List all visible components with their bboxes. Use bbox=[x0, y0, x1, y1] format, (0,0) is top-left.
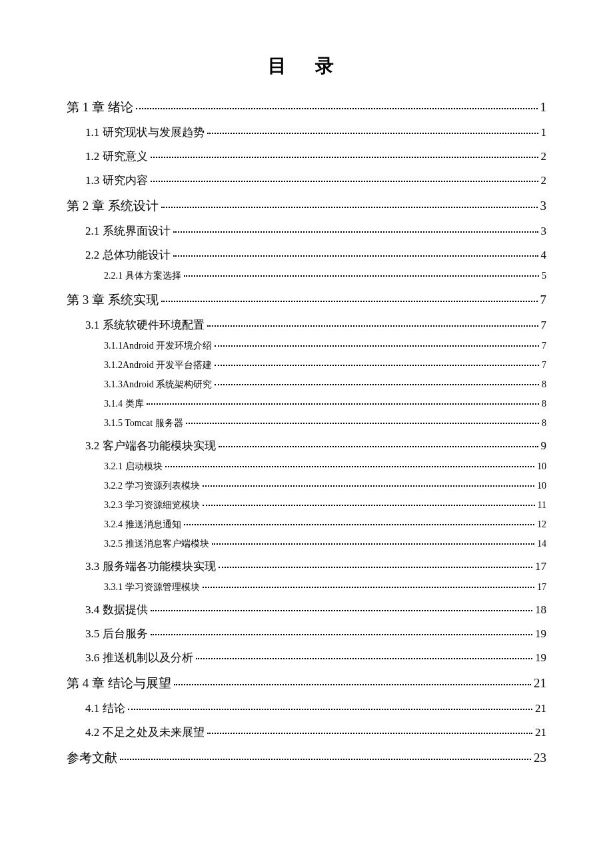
toc-container: 第 1 章 绪论11.1 研究现状与发展趋势11.2 研究意义21.3 研究内容… bbox=[67, 99, 546, 767]
toc-entry: 第 4 章 结论与展望21 bbox=[67, 675, 546, 692]
toc-entry: 3.4 数据提供18 bbox=[67, 602, 546, 617]
toc-leader-dots bbox=[151, 181, 538, 182]
toc-label: 第 3 章 系统实现 bbox=[67, 291, 159, 309]
toc-label: 4.1 结论 bbox=[85, 701, 125, 716]
toc-leader-dots bbox=[207, 325, 538, 327]
toc-entry: 3.3.1 学习资源管理模块17 bbox=[67, 581, 546, 593]
toc-page-number: 8 bbox=[542, 379, 546, 390]
toc-page-number: 8 bbox=[542, 399, 546, 409]
toc-leader-dots bbox=[215, 345, 539, 347]
toc-page-number: 7 bbox=[540, 293, 547, 307]
toc-label: 第 4 章 结论与展望 bbox=[67, 675, 171, 692]
toc-page-number: 2 bbox=[541, 174, 547, 187]
toc-entry: 3.2.3 学习资源细览模块11 bbox=[67, 499, 546, 511]
toc-label: 3.2.4 推送消息通知 bbox=[104, 519, 181, 531]
toc-label: 3.1.5 Tomcat 服务器 bbox=[104, 417, 183, 429]
toc-page-number: 3 bbox=[540, 199, 547, 213]
toc-page-number: 19 bbox=[535, 627, 546, 641]
toc-page-number: 2 bbox=[541, 150, 547, 163]
toc-leader-dots bbox=[173, 255, 538, 257]
toc-entry: 3.1.1Android 开发环境介绍7 bbox=[67, 340, 546, 352]
toc-label: 2.2 总体功能设计 bbox=[85, 247, 171, 263]
toc-page-number: 21 bbox=[535, 726, 546, 739]
toc-entry: 2.1 系统界面设计3 bbox=[67, 223, 546, 239]
toc-label: 第 1 章 绪论 bbox=[67, 99, 133, 116]
toc-entry: 3.2.5 推送消息客户端模块14 bbox=[67, 538, 546, 550]
toc-leader-dots bbox=[215, 365, 539, 366]
toc-page-number: 14 bbox=[537, 539, 546, 549]
toc-leader-dots bbox=[161, 207, 538, 208]
toc-label: 3.2.5 推送消息客户端模块 bbox=[104, 538, 209, 550]
toc-label: 3.1 系统软硬件环境配置 bbox=[85, 317, 205, 333]
toc-label: 2.1 系统界面设计 bbox=[85, 223, 171, 239]
toc-page-number: 12 bbox=[537, 519, 546, 530]
toc-label: 3.4 数据提供 bbox=[85, 602, 148, 617]
toc-leader-dots bbox=[173, 231, 538, 233]
toc-page-number: 17 bbox=[535, 560, 546, 573]
toc-label: 3.3 服务端各功能模块实现 bbox=[85, 559, 216, 574]
toc-entry: 3.1.5 Tomcat 服务器8 bbox=[67, 417, 546, 429]
toc-entry: 3.2.2 学习资源列表模块10 bbox=[67, 480, 546, 492]
toc-label: 3.5 后台服务 bbox=[85, 626, 148, 641]
toc-page-number: 21 bbox=[535, 702, 546, 715]
toc-leader-dots bbox=[203, 505, 535, 506]
toc-leader-dots bbox=[207, 133, 538, 134]
toc-label: 参考文献 bbox=[67, 749, 117, 767]
toc-entry: 第 2 章 系统设计3 bbox=[67, 197, 546, 215]
toc-leader-dots bbox=[136, 108, 538, 109]
toc-leader-dots bbox=[161, 301, 538, 302]
toc-entry: 1.1 研究现状与发展趋势1 bbox=[67, 125, 546, 140]
toc-entry: 2.2 总体功能设计4 bbox=[67, 247, 546, 263]
toc-label: 3.1.2Android 开发平台搭建 bbox=[104, 359, 212, 371]
toc-entry: 4.2 不足之处及未来展望21 bbox=[67, 725, 546, 740]
toc-label: 3.6 推送机制以及分析 bbox=[85, 650, 193, 665]
toc-entry: 4.1 结论21 bbox=[67, 701, 546, 716]
toc-leader-dots bbox=[151, 157, 538, 158]
toc-leader-dots bbox=[151, 634, 533, 635]
toc-page-number: 11 bbox=[538, 500, 546, 511]
toc-leader-dots bbox=[151, 610, 533, 611]
toc-label: 第 2 章 系统设计 bbox=[67, 197, 159, 215]
toc-label: 2.2.1 具体方案选择 bbox=[104, 270, 181, 282]
toc-page-number: 21 bbox=[534, 676, 546, 691]
toc-entry: 第 1 章 绪论1 bbox=[67, 99, 546, 116]
toc-leader-dots bbox=[203, 587, 535, 588]
toc-leader-dots bbox=[196, 658, 533, 659]
toc-entry: 3.1.4 类库8 bbox=[67, 398, 546, 410]
toc-leader-dots bbox=[174, 684, 531, 685]
toc-page-number: 1 bbox=[541, 126, 547, 139]
toc-page-number: 10 bbox=[537, 461, 546, 472]
toc-entry: 2.2.1 具体方案选择5 bbox=[67, 270, 546, 282]
toc-entry: 3.1 系统软硬件环境配置7 bbox=[67, 317, 546, 333]
toc-label: 1.2 研究意义 bbox=[85, 149, 148, 164]
toc-label: 4.2 不足之处及未来展望 bbox=[85, 725, 205, 740]
toc-label: 3.2 客户端各功能模块实现 bbox=[85, 438, 216, 453]
toc-entry: 3.1.3Android 系统架构研究8 bbox=[67, 379, 546, 391]
toc-entry: 3.6 推送机制以及分析19 bbox=[67, 650, 546, 665]
toc-page-number: 4 bbox=[541, 249, 547, 262]
toc-leader-dots bbox=[219, 567, 533, 568]
toc-page-number: 17 bbox=[537, 582, 546, 593]
toc-entry: 3.5 后台服务19 bbox=[67, 626, 546, 641]
toc-page-number: 10 bbox=[537, 481, 546, 491]
toc-title: 目 录 bbox=[67, 53, 546, 79]
toc-label: 3.1.1Android 开发环境介绍 bbox=[104, 340, 212, 352]
toc-leader-dots bbox=[186, 423, 539, 424]
toc-label: 3.3.1 学习资源管理模块 bbox=[104, 581, 200, 593]
toc-leader-dots bbox=[184, 524, 535, 525]
toc-leader-dots bbox=[120, 759, 531, 760]
toc-entry: 1.2 研究意义2 bbox=[67, 149, 546, 164]
toc-entry: 3.2.4 推送消息通知12 bbox=[67, 519, 546, 531]
toc-label: 1.3 研究内容 bbox=[85, 173, 148, 188]
toc-leader-dots bbox=[207, 733, 533, 734]
toc-leader-dots bbox=[184, 275, 540, 277]
toc-label: 3.1.3Android 系统架构研究 bbox=[104, 379, 212, 391]
toc-entry: 1.3 研究内容2 bbox=[67, 173, 546, 188]
toc-page-number: 23 bbox=[534, 751, 546, 765]
toc-page-number: 7 bbox=[541, 319, 547, 332]
toc-leader-dots bbox=[212, 543, 535, 545]
toc-leader-dots bbox=[219, 446, 538, 447]
toc-leader-dots bbox=[128, 709, 533, 710]
toc-page-number: 3 bbox=[541, 225, 547, 238]
toc-page-number: 7 bbox=[542, 360, 546, 371]
